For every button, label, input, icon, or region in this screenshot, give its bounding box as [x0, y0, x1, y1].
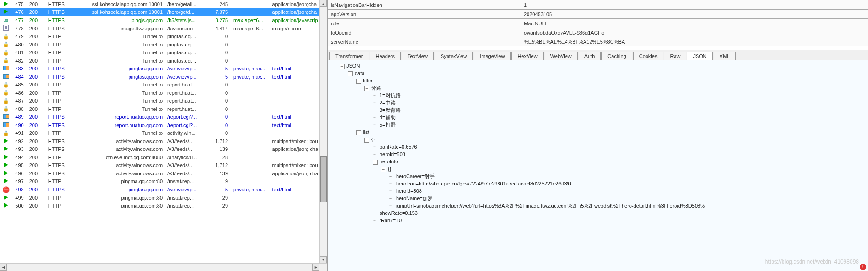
- scroll-right-icon[interactable]: ►: [312, 264, 319, 271]
- session-row[interactable]: ⯈497200HTTPpingma.qq.com:80/mstat/rep...…: [0, 178, 327, 186]
- session-row[interactable]: ⯈495200HTTPSactivity.windows.com/v3/feed…: [0, 161, 327, 170]
- property-row[interactable]: roleMac.NULL: [328, 19, 868, 28]
- session-caching: private, max...: [232, 65, 270, 73]
- property-row[interactable]: isNavigationBarHidden1: [328, 0, 868, 10]
- session-row[interactable]: JS477200HTTPSpingjs.qq.com/h5/stats.js..…: [0, 16, 327, 24]
- tree-leaf: tRank=T0: [380, 218, 402, 223]
- request-icon: ⯈: [3, 162, 9, 168]
- horizontal-scrollbar[interactable]: ◄ ►: [0, 263, 327, 271]
- property-row[interactable]: appVersion2020453105: [328, 10, 868, 19]
- session-protocol: HTTPS: [46, 16, 71, 24]
- tab-headers[interactable]: Headers: [370, 52, 401, 60]
- session-caching: [232, 178, 270, 186]
- session-result: 200: [28, 178, 46, 186]
- session-url: /h5/stats.js...: [165, 16, 208, 24]
- tab-syntaxview[interactable]: SyntaxView: [435, 52, 473, 60]
- scroll-down-icon[interactable]: ▼: [320, 256, 327, 263]
- tab-imageview[interactable]: ImageView: [474, 52, 511, 60]
- session-result: 200: [28, 89, 46, 97]
- session-row[interactable]: 489200HTTPSreport.huatuo.qq.com/report.c…: [0, 113, 327, 121]
- tab-hexview[interactable]: HexView: [511, 52, 543, 60]
- session-id: 484: [12, 73, 28, 81]
- session-content: application/javascrip: [270, 16, 327, 24]
- session-caching: [232, 194, 270, 202]
- property-value: Mac.NULL: [521, 19, 868, 28]
- session-row[interactable]: ⯈496200HTTPSactivity.windows.com/v3/feed…: [0, 169, 327, 178]
- session-row[interactable]: 🔒486200HTTPTunnel toreport.huat...0: [0, 89, 327, 97]
- expander-icon[interactable]: −: [364, 138, 369, 143]
- session-caching: [232, 153, 270, 161]
- session-row[interactable]: 484200HTTPSpingtas.qq.com/webview/p...5p…: [0, 73, 327, 81]
- scroll-thumb[interactable]: [320, 156, 327, 202]
- session-row[interactable]: ⯈476200HTTPSssl.kohsocialapp.qq.com:1000…: [0, 8, 327, 17]
- session-row[interactable]: 483200HTTPSpingtas.qq.com/webview/p...5p…: [0, 65, 327, 73]
- tab-webview[interactable]: WebView: [545, 52, 578, 60]
- session-row[interactable]: 478200HTTPSimage.ttwz.qq.com/favicon.ico…: [0, 24, 327, 33]
- tab-auth[interactable]: Auth: [579, 52, 601, 60]
- session-result: 200: [28, 40, 46, 49]
- session-result: 200: [28, 145, 46, 154]
- tab-caching[interactable]: Caching: [601, 52, 632, 60]
- expander-icon[interactable]: −: [373, 160, 378, 165]
- session-caching: [232, 81, 270, 89]
- session-content: application/json; cha: [270, 145, 327, 154]
- json-tree-view[interactable]: −JSON −data −filter −分路 ┈1=对抗路┈2=中路┈3=发育…: [328, 60, 868, 271]
- vertical-scrollbar[interactable]: ▲ ▼: [319, 0, 327, 263]
- html-icon: [3, 122, 9, 127]
- session-row[interactable]: 🔒487200HTTPTunnel toreport.huat...0: [0, 97, 327, 105]
- session-row[interactable]: 🔒491200HTTPTunnel toactivity.win...0: [0, 129, 327, 138]
- session-row[interactable]: 490200HTTPSreport.huatuo.qq.com/report.c…: [0, 121, 327, 129]
- sessions-table[interactable]: ⯈475200HTTPSssl.kohsocialapp.qq.com:1000…: [0, 0, 327, 210]
- html-icon: [3, 114, 9, 119]
- session-row[interactable]: 🔒488200HTTPTunnel toreport.huat...0: [0, 105, 327, 113]
- session-row[interactable]: ⯈475200HTTPSssl.kohsocialapp.qq.com:1000…: [0, 0, 327, 8]
- expander-icon[interactable]: −: [364, 86, 369, 91]
- session-host: pingtas.qq.com: [71, 73, 165, 81]
- session-result: 200: [28, 202, 46, 210]
- property-row[interactable]: serverName%E5%BE%AE%E4%BF%A12%E5%8C%BA: [328, 37, 868, 46]
- session-row[interactable]: 🔒485200HTTPTunnel toreport.huat...0: [0, 81, 327, 89]
- tab-json[interactable]: JSON: [687, 52, 712, 60]
- tab-textview[interactable]: TextView: [402, 52, 434, 60]
- expander-icon[interactable]: −: [356, 79, 361, 84]
- session-row[interactable]: 🔒482200HTTPTunnel topingtas.qq....0: [0, 57, 327, 65]
- scroll-up-icon[interactable]: ▲: [320, 0, 327, 7]
- session-row[interactable]: ⯈500200HTTPpingma.qq.com:80/mstat/rep...…: [0, 202, 327, 210]
- session-row[interactable]: 🔒480200HTTPTunnel topingtas.qq....0: [0, 40, 327, 49]
- tree-leaf: showRate=0.153: [380, 210, 418, 216]
- scroll-left-icon[interactable]: ◄: [0, 264, 7, 271]
- session-row[interactable]: 🔒481200HTTPTunnel topingtas.qq....0: [0, 49, 327, 57]
- session-result: 200: [28, 137, 46, 145]
- property-key: toOpenid: [328, 28, 521, 37]
- session-id: 476: [12, 8, 28, 17]
- session-row[interactable]: 🔒479200HTTPTunnel topingtas.qq....0: [0, 33, 327, 41]
- tab-xml[interactable]: XML: [714, 52, 736, 60]
- expander-icon[interactable]: −: [340, 64, 345, 69]
- session-host: Tunnel to: [71, 105, 165, 113]
- session-host: pingtas.qq.com: [71, 65, 165, 73]
- tab-raw[interactable]: Raw: [664, 52, 686, 60]
- session-row[interactable]: ⯈499200HTTPpingma.qq.com:80/mstat/rep...…: [0, 194, 327, 202]
- lock-icon: 🔒: [3, 106, 9, 111]
- session-content: text/html: [270, 113, 327, 121]
- property-value: %E5%BE%AE%E4%BF%A12%E5%8C%BA: [521, 37, 868, 46]
- session-row[interactable]: ⯈494200HTTPoth.eve.mdt.qq.com:8080/analy…: [0, 153, 327, 161]
- session-result: 200: [28, 49, 46, 57]
- property-grid[interactable]: isNavigationBarHidden1appVersion20204531…: [328, 0, 868, 46]
- inspector-pane: isNavigationBarHidden1appVersion20204531…: [328, 0, 868, 271]
- tab-transformer[interactable]: Transformer: [329, 52, 369, 60]
- property-row[interactable]: toOpenidowanIsobdaOxqvAVLL-986g1AGHo: [328, 28, 868, 37]
- session-row[interactable]: ⯈492200HTTPSactivity.windows.com/v3/feed…: [0, 137, 327, 145]
- expander-icon[interactable]: −: [381, 167, 386, 172]
- property-key: appVersion: [328, 10, 521, 19]
- error-icon[interactable]: !: [860, 264, 866, 270]
- tree-leaf: heroId=508: [396, 188, 422, 194]
- tab-cookies[interactable]: Cookies: [633, 52, 664, 60]
- session-url: report.huat...: [165, 105, 208, 113]
- expander-icon[interactable]: −: [348, 71, 353, 76]
- session-row[interactable]: ⛔498200HTTPSpingtas.qq.com/webview/p...5…: [0, 185, 327, 194]
- expander-icon[interactable]: −: [356, 130, 361, 135]
- session-row[interactable]: ⯈493200HTTPSactivity.windows.com/v3/feed…: [0, 145, 327, 154]
- request-icon: ⯈: [3, 178, 9, 185]
- session-url: /analytics/u...: [165, 153, 208, 161]
